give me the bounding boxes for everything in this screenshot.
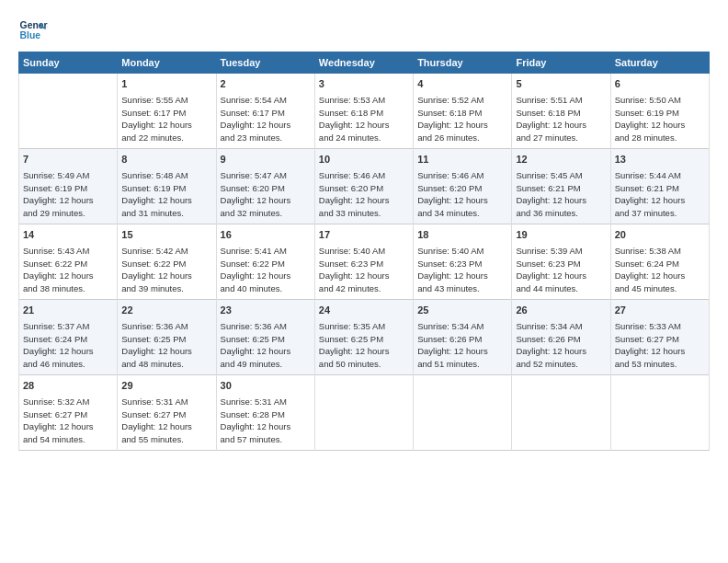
day-number: 2 [221,77,311,92]
calendar-cell [19,74,118,149]
column-header-tuesday: Tuesday [216,52,314,74]
calendar-header-row: SundayMondayTuesdayWednesdayThursdayFrid… [19,52,710,74]
day-info: Sunrise: 5:31 AM Sunset: 6:28 PM Dayligh… [221,396,311,446]
calendar-cell: 10Sunrise: 5:46 AM Sunset: 6:20 PM Dayli… [314,149,413,224]
day-info: Sunrise: 5:42 AM Sunset: 6:22 PM Dayligh… [121,245,211,295]
calendar-cell: 17Sunrise: 5:40 AM Sunset: 6:23 PM Dayli… [314,224,413,300]
day-number: 25 [417,304,507,318]
calendar-cell: 8Sunrise: 5:48 AM Sunset: 6:19 PM Daylig… [118,149,216,224]
calendar-cell [414,375,512,451]
calendar-cell: 12Sunrise: 5:45 AM Sunset: 6:21 PM Dayli… [512,149,610,224]
day-number: 18 [417,228,507,243]
day-number: 10 [319,153,409,167]
day-number: 9 [221,153,311,167]
day-info: Sunrise: 5:40 AM Sunset: 6:23 PM Dayligh… [319,245,409,295]
calendar-cell: 23Sunrise: 5:36 AM Sunset: 6:25 PM Dayli… [216,300,314,375]
week-row-1: 1Sunrise: 5:55 AM Sunset: 6:17 PM Daylig… [19,74,710,149]
day-info: Sunrise: 5:48 AM Sunset: 6:19 PM Dayligh… [121,169,211,220]
day-info: Sunrise: 5:43 AM Sunset: 6:22 PM Dayligh… [23,245,113,295]
day-info: Sunrise: 5:46 AM Sunset: 6:20 PM Dayligh… [319,169,409,220]
calendar-cell: 26Sunrise: 5:34 AM Sunset: 6:26 PM Dayli… [512,300,610,375]
day-info: Sunrise: 5:36 AM Sunset: 6:25 PM Dayligh… [121,320,211,371]
day-number: 17 [319,228,409,243]
day-info: Sunrise: 5:40 AM Sunset: 6:23 PM Dayligh… [417,245,507,295]
calendar-cell: 9Sunrise: 5:47 AM Sunset: 6:20 PM Daylig… [216,149,314,224]
day-info: Sunrise: 5:35 AM Sunset: 6:25 PM Dayligh… [319,320,409,371]
day-number: 3 [319,77,409,92]
day-number: 14 [23,228,113,243]
day-number: 7 [23,153,113,167]
day-info: Sunrise: 5:32 AM Sunset: 6:27 PM Dayligh… [23,396,113,446]
day-number: 19 [516,228,606,243]
day-info: Sunrise: 5:31 AM Sunset: 6:27 PM Dayligh… [121,396,211,446]
day-info: Sunrise: 5:34 AM Sunset: 6:26 PM Dayligh… [417,320,507,371]
calendar-cell: 14Sunrise: 5:43 AM Sunset: 6:22 PM Dayli… [19,224,118,300]
week-row-5: 28Sunrise: 5:32 AM Sunset: 6:27 PM Dayli… [19,375,710,451]
calendar-cell: 28Sunrise: 5:32 AM Sunset: 6:27 PM Dayli… [19,375,118,451]
day-info: Sunrise: 5:47 AM Sunset: 6:20 PM Dayligh… [221,169,311,220]
calendar-cell: 13Sunrise: 5:44 AM Sunset: 6:21 PM Dayli… [610,149,709,224]
calendar-cell: 20Sunrise: 5:38 AM Sunset: 6:24 PM Dayli… [610,224,709,300]
day-info: Sunrise: 5:44 AM Sunset: 6:21 PM Dayligh… [615,169,705,220]
calendar-cell: 21Sunrise: 5:37 AM Sunset: 6:24 PM Dayli… [19,300,118,375]
logo-icon: General Blue [18,17,48,46]
day-number: 29 [121,379,211,394]
calendar-cell [512,375,610,451]
calendar-cell [610,375,709,451]
day-info: Sunrise: 5:33 AM Sunset: 6:27 PM Dayligh… [615,320,705,371]
calendar-cell [314,375,413,451]
calendar-cell: 18Sunrise: 5:40 AM Sunset: 6:23 PM Dayli… [414,224,512,300]
week-row-4: 21Sunrise: 5:37 AM Sunset: 6:24 PM Dayli… [19,300,710,375]
day-number: 15 [121,228,211,243]
column-header-friday: Friday [512,52,610,74]
calendar-cell: 29Sunrise: 5:31 AM Sunset: 6:27 PM Dayli… [118,375,216,451]
day-info: Sunrise: 5:52 AM Sunset: 6:18 PM Dayligh… [417,94,507,144]
calendar-cell: 25Sunrise: 5:34 AM Sunset: 6:26 PM Dayli… [414,300,512,375]
calendar-cell: 15Sunrise: 5:42 AM Sunset: 6:22 PM Dayli… [118,224,216,300]
day-number: 21 [23,304,113,318]
calendar-cell: 3Sunrise: 5:53 AM Sunset: 6:18 PM Daylig… [314,74,413,149]
day-info: Sunrise: 5:37 AM Sunset: 6:24 PM Dayligh… [23,320,113,371]
day-info: Sunrise: 5:39 AM Sunset: 6:23 PM Dayligh… [516,245,606,295]
day-info: Sunrise: 5:55 AM Sunset: 6:17 PM Dayligh… [121,94,211,144]
day-number: 1 [121,77,211,92]
day-number: 30 [221,379,311,394]
day-number: 20 [615,228,705,243]
day-number: 11 [417,153,507,167]
svg-text:General: General [20,20,48,30]
day-info: Sunrise: 5:34 AM Sunset: 6:26 PM Dayligh… [516,320,606,371]
day-number: 13 [615,153,705,167]
day-info: Sunrise: 5:46 AM Sunset: 6:20 PM Dayligh… [417,169,507,220]
calendar-cell: 16Sunrise: 5:41 AM Sunset: 6:22 PM Dayli… [216,224,314,300]
calendar-cell: 2Sunrise: 5:54 AM Sunset: 6:17 PM Daylig… [216,74,314,149]
day-number: 26 [516,304,606,318]
calendar-cell: 5Sunrise: 5:51 AM Sunset: 6:18 PM Daylig… [512,74,610,149]
column-header-thursday: Thursday [414,52,512,74]
day-number: 5 [516,77,606,92]
week-row-2: 7Sunrise: 5:49 AM Sunset: 6:19 PM Daylig… [19,149,710,224]
day-number: 28 [23,379,113,394]
calendar-cell: 11Sunrise: 5:46 AM Sunset: 6:20 PM Dayli… [414,149,512,224]
column-header-monday: Monday [118,52,216,74]
svg-text:Blue: Blue [20,30,41,40]
calendar-cell: 4Sunrise: 5:52 AM Sunset: 6:18 PM Daylig… [414,74,512,149]
day-info: Sunrise: 5:38 AM Sunset: 6:24 PM Dayligh… [615,245,705,295]
week-row-3: 14Sunrise: 5:43 AM Sunset: 6:22 PM Dayli… [19,224,710,300]
day-info: Sunrise: 5:50 AM Sunset: 6:19 PM Dayligh… [615,94,705,144]
calendar-cell: 7Sunrise: 5:49 AM Sunset: 6:19 PM Daylig… [19,149,118,224]
calendar-cell: 19Sunrise: 5:39 AM Sunset: 6:23 PM Dayli… [512,224,610,300]
column-header-saturday: Saturday [610,52,709,74]
day-number: 16 [221,228,311,243]
header: General Blue [18,17,710,46]
calendar-cell: 1Sunrise: 5:55 AM Sunset: 6:17 PM Daylig… [118,74,216,149]
day-info: Sunrise: 5:45 AM Sunset: 6:21 PM Dayligh… [516,169,606,220]
day-info: Sunrise: 5:53 AM Sunset: 6:18 PM Dayligh… [319,94,409,144]
day-number: 23 [221,304,311,318]
column-header-sunday: Sunday [19,52,118,74]
day-number: 24 [319,304,409,318]
day-info: Sunrise: 5:54 AM Sunset: 6:17 PM Dayligh… [221,94,311,144]
calendar-table: SundayMondayTuesdayWednesdayThursdayFrid… [18,52,710,451]
calendar-cell: 24Sunrise: 5:35 AM Sunset: 6:25 PM Dayli… [314,300,413,375]
column-header-wednesday: Wednesday [314,52,413,74]
day-info: Sunrise: 5:49 AM Sunset: 6:19 PM Dayligh… [23,169,113,220]
